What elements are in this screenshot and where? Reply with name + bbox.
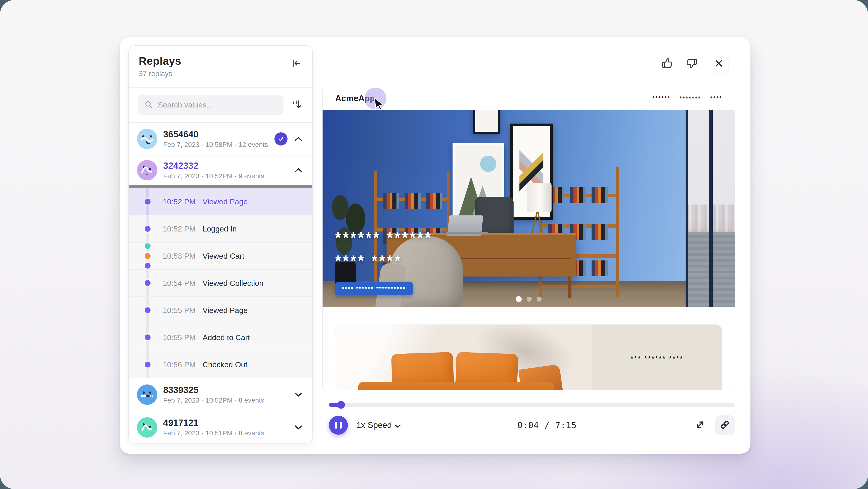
event-row[interactable]: 10:55 PM Added to Cart xyxy=(129,324,312,351)
chevron-down-icon xyxy=(395,421,401,430)
event-row[interactable]: 10:54 PM Viewed Collection xyxy=(129,270,312,297)
copy-link-button[interactable] xyxy=(715,415,735,435)
cursor-icon xyxy=(374,97,384,110)
hero-image: ****** ****** **** **** **** ****** ****… xyxy=(322,110,735,307)
thumbs-up-button[interactable] xyxy=(661,57,674,70)
session-id: 8339325 xyxy=(163,385,287,395)
carousel-dot xyxy=(537,297,541,301)
session-meta: Feb 7, 2023 · 10:52PM · 9 events xyxy=(163,172,287,180)
event-row[interactable]: 10:55 PM Viewed Page xyxy=(129,297,312,324)
playback-progress-bar[interactable] xyxy=(329,403,735,407)
session-meta: Feb 7, 2023 · 10:51PM · 8 events xyxy=(163,429,287,437)
expand-icon xyxy=(694,419,706,431)
sort-descending-icon xyxy=(291,99,302,111)
speed-label: 1x Speed xyxy=(356,421,392,430)
session-info: 8339325 Feb 7, 2023 · 10:52PM · 8 events xyxy=(163,385,287,404)
event-time: 10:55 PM xyxy=(163,333,196,342)
lamp xyxy=(527,183,552,212)
search-icon xyxy=(144,100,153,110)
avatar xyxy=(137,160,157,180)
hero-masked-line1: ****** ****** xyxy=(335,230,433,245)
product-card: *** ****** **** xyxy=(335,324,722,390)
nav-item-masked: ******* xyxy=(680,95,701,102)
event-time: 10:54 PM xyxy=(163,279,196,288)
carousel-dot xyxy=(516,296,522,302)
event-marker-dots xyxy=(143,225,152,233)
chevron-down-icon[interactable] xyxy=(293,390,303,400)
search-row xyxy=(129,88,312,123)
event-label: Viewed Page xyxy=(203,197,248,206)
session-id: 4917121 xyxy=(163,418,287,428)
nav-item-masked: ****** xyxy=(652,95,671,102)
chevron-down-icon[interactable] xyxy=(293,423,303,432)
close-button[interactable] xyxy=(709,54,729,74)
event-label: Viewed Collection xyxy=(203,279,264,288)
event-time: 10:52 PM xyxy=(163,197,196,206)
event-label: Added to Cart xyxy=(203,333,250,342)
carousel-dots xyxy=(322,296,735,302)
hero-masked-heading: ****** ****** **** **** xyxy=(335,230,433,268)
event-marker-dots xyxy=(143,242,152,270)
product-masked-text: *** ****** **** xyxy=(631,354,684,363)
replays-sidebar: Replays 37 replays xyxy=(128,45,313,443)
avatar xyxy=(137,384,157,405)
event-marker-dots xyxy=(143,361,152,369)
product-info: *** ****** **** xyxy=(592,324,722,390)
event-time: 10:55 PM xyxy=(163,306,196,315)
session-progress-bar[interactable] xyxy=(129,185,312,188)
search-box[interactable] xyxy=(138,94,283,115)
replayed-site-header: AcmeApp ****** ******* **** xyxy=(322,87,735,110)
search-input[interactable] xyxy=(157,100,277,110)
nav-item-masked: **** xyxy=(710,95,722,102)
close-icon xyxy=(714,59,723,69)
replay-count: 37 replays xyxy=(139,69,303,78)
event-marker-dots xyxy=(143,279,152,287)
page-title: Replays xyxy=(139,55,303,67)
session-id: 3242332 xyxy=(163,161,287,171)
session-row[interactable]: 4917121 Feb 7, 2023 · 10:51PM · 8 events xyxy=(129,411,312,443)
thumbs-up-icon xyxy=(661,57,674,70)
sofa-seat xyxy=(358,382,554,390)
event-time: 10:53 PM xyxy=(163,252,196,260)
watched-check-badge xyxy=(274,133,287,145)
sort-button[interactable] xyxy=(290,98,303,112)
site-nav-masked: ****** ******* **** xyxy=(652,95,722,102)
thumbs-down-button[interactable] xyxy=(685,57,698,70)
chevron-up-icon[interactable] xyxy=(293,165,303,175)
replay-viewport: AcmeApp ****** ******* **** xyxy=(322,87,735,390)
event-row[interactable]: 10:56 PM Checked Out xyxy=(129,351,312,378)
session-info: 4917121 Feb 7, 2023 · 10:51PM · 8 events xyxy=(163,418,287,437)
link-icon xyxy=(719,419,730,431)
event-label: Viewed Cart xyxy=(203,252,244,260)
speed-dropdown[interactable]: 1x Speed xyxy=(356,421,401,430)
event-time: 10:56 PM xyxy=(163,360,196,369)
session-row[interactable]: 8339325 Feb 7, 2023 · 10:52PM · 8 events xyxy=(129,378,312,411)
collapse-left-icon xyxy=(291,58,301,69)
wall-art-small xyxy=(473,110,500,134)
laptop-base xyxy=(445,232,489,234)
hero-cta-masked-label: **** ****** ********** xyxy=(342,285,406,292)
event-label: Viewed Page xyxy=(203,306,248,315)
event-row[interactable]: 10:52 PM Viewed Page xyxy=(129,188,312,215)
event-row[interactable]: 10:53 PM Viewed Cart xyxy=(129,242,312,270)
window-view xyxy=(686,110,735,307)
avatar xyxy=(137,129,157,149)
player-top-actions xyxy=(661,54,729,74)
session-row[interactable]: 3242332 Feb 7, 2023 · 10:52PM · 9 events xyxy=(129,155,312,188)
collapse-sidebar-button[interactable] xyxy=(290,57,303,70)
chevron-up-icon[interactable] xyxy=(293,134,303,144)
playback-scrub-handle[interactable] xyxy=(337,401,345,409)
pause-icon xyxy=(335,422,342,429)
event-time: 10:52 PM xyxy=(163,225,196,233)
event-marker-dots xyxy=(143,198,152,206)
session-list: 3654640 Feb 7, 2023 · 10:58PM · 12 event… xyxy=(129,123,312,443)
session-info: 3654640 Feb 7, 2023 · 10:58PM · 12 event… xyxy=(163,129,269,148)
fullscreen-button[interactable] xyxy=(693,419,707,432)
event-label: Checked Out xyxy=(203,360,247,369)
event-label: Logged In xyxy=(203,225,237,233)
hero-cta-button: **** ****** ********** xyxy=(335,282,413,295)
event-row[interactable]: 10:52 PM Logged In xyxy=(129,215,312,242)
avatar xyxy=(137,417,157,438)
pause-button[interactable] xyxy=(329,416,348,435)
session-row[interactable]: 3654640 Feb 7, 2023 · 10:58PM · 12 event… xyxy=(129,123,312,155)
